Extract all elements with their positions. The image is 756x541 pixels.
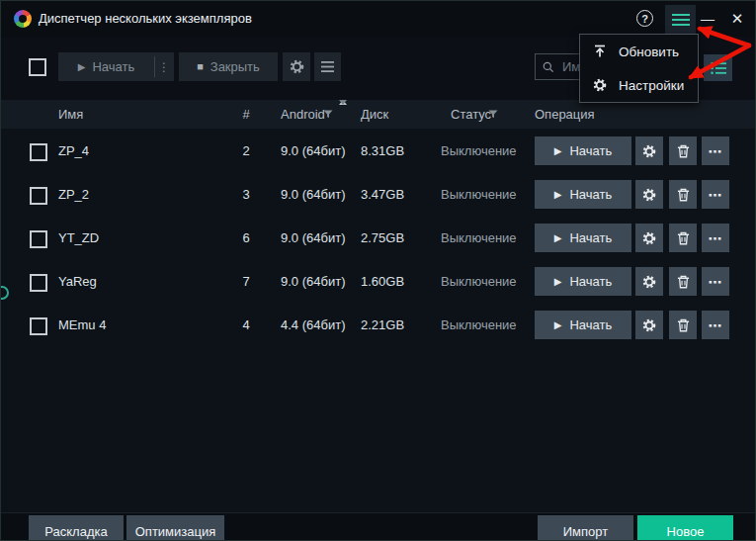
more-icon: ⋯ [709, 187, 723, 203]
row-delete-button[interactable] [669, 136, 697, 165]
row-start-button[interactable]: ▶ Начать [535, 136, 631, 165]
footer-bar: Раскладка Оптимизация Импорт Новое [1, 512, 755, 541]
row-checkbox[interactable] [30, 317, 47, 335]
row-more-button[interactable]: ⋯ [702, 224, 729, 252]
row-start-button[interactable]: ▶ Начать [535, 224, 631, 252]
main-dropdown-menu: Обновить Настройки [579, 34, 699, 103]
trash-icon [677, 275, 690, 289]
play-icon: ▶ [554, 190, 562, 200]
instance-status: Выключение [441, 173, 517, 217]
optimization-button[interactable]: Оптимизация [126, 515, 224, 541]
instance-name: YT_ZD [58, 217, 99, 260]
instance-index: 4 [238, 304, 254, 347]
start-all-label: Начать [92, 59, 134, 74]
hamburger-icon [672, 13, 690, 27]
trash-icon [677, 318, 690, 332]
trash-icon [677, 144, 690, 158]
row-delete-button[interactable] [669, 311, 697, 339]
instance-android: 9.0 (64бит) [281, 217, 345, 260]
select-all-checkbox[interactable] [29, 58, 46, 76]
menu-lines-icon [321, 61, 334, 72]
help-button[interactable]: ? [636, 10, 653, 27]
row-start-button[interactable]: ▶ Начать [535, 311, 631, 339]
header-name: Имя [58, 100, 83, 129]
stop-icon: ■ [197, 61, 204, 72]
menu-item-settings[interactable]: Настройки [580, 68, 698, 102]
instance-index: 3 [238, 173, 254, 217]
trash-icon [677, 231, 690, 245]
table-header: Имя # Android Диск Статус Операция [1, 100, 755, 129]
instance-disk: 1.60GB [361, 260, 404, 304]
multi-instance-manager-window: Диспетчер нескольких экземпляров ? — ✕ ▶… [0, 0, 756, 541]
row-checkbox[interactable] [30, 274, 47, 292]
import-button[interactable]: Импорт [538, 515, 633, 541]
batch-settings-button[interactable] [283, 52, 310, 81]
row-settings-button[interactable] [635, 180, 663, 209]
row-checkbox[interactable] [30, 187, 47, 205]
header-disk: Диск [361, 100, 388, 129]
row-delete-button[interactable] [669, 180, 697, 209]
row-settings-button[interactable] [635, 311, 663, 339]
menu-item-label: Обновить [619, 45, 679, 59]
titlebar: Диспетчер нескольких экземпляров ? — ✕ [1, 1, 755, 37]
close-button[interactable]: ✕ [725, 5, 749, 33]
table-row[interactable]: MEmu 4 4 4.4 (64бит) 2.21GB Выключение ▶… [1, 304, 755, 347]
play-icon: ▶ [554, 320, 562, 330]
more-icon: ⋯ [709, 230, 723, 246]
main-menu-button[interactable] [665, 5, 696, 35]
table-row[interactable]: YT_ZD 6 9.0 (64бит) 2.75GB Выключение ▶ … [1, 217, 755, 260]
memu-logo-icon [14, 10, 32, 28]
start-all-button[interactable]: ▶ Начать ⋮ [58, 52, 174, 81]
close-all-label: Закрыть [210, 59, 260, 74]
row-settings-button[interactable] [635, 136, 663, 165]
gear-icon [642, 231, 656, 245]
instance-disk: 2.21GB [361, 304, 404, 347]
close-all-button[interactable]: ■ Закрыть [179, 52, 278, 81]
instance-index: 6 [238, 217, 254, 260]
play-icon: ▶ [554, 277, 562, 287]
gear-icon [642, 318, 656, 332]
row-more-button[interactable]: ⋯ [702, 180, 729, 209]
minimize-button[interactable]: — [696, 5, 719, 33]
instance-status: Выключение [441, 217, 517, 260]
instance-name: ZP_2 [58, 173, 89, 217]
table-row[interactable]: ZP_2 3 9.0 (64бит) 3.47GB Выключение ▶ Н… [1, 173, 755, 217]
instance-status: Выключение [441, 304, 517, 347]
menu-item-refresh[interactable]: Обновить [580, 35, 698, 68]
row-settings-button[interactable] [635, 267, 663, 296]
row-settings-button[interactable] [635, 224, 663, 252]
window-title: Диспетчер нескольких экземпляров [39, 1, 252, 37]
row-more-button[interactable]: ⋯ [702, 136, 729, 165]
status-filter-icon[interactable] [488, 110, 498, 119]
gear-icon [593, 78, 607, 92]
play-icon: ▶ [554, 233, 562, 243]
new-instance-button[interactable]: Новое [637, 515, 733, 541]
android-filter-icon[interactable] [323, 110, 333, 119]
more-icon: ⋯ [709, 274, 723, 290]
instance-name: MEmu 4 [58, 304, 106, 347]
instance-status: Выключение [441, 130, 517, 173]
table-row[interactable]: ZP_4 2 9.0 (64бит) 8.31GB Выключение ▶ Н… [1, 130, 755, 173]
row-more-button[interactable]: ⋯ [702, 267, 729, 296]
instance-android: 9.0 (64бит) [281, 130, 345, 173]
row-delete-button[interactable] [669, 267, 697, 296]
instance-name: YaReg [58, 260, 97, 304]
instance-disk: 2.75GB [361, 217, 404, 260]
gear-icon [642, 188, 656, 202]
batch-menu-button[interactable] [314, 52, 341, 81]
view-toggle-button[interactable] [704, 54, 732, 81]
row-start-button[interactable]: ▶ Начать [535, 180, 631, 209]
row-more-button[interactable]: ⋯ [702, 311, 729, 339]
instance-index: 7 [238, 260, 254, 304]
layout-button[interactable]: Раскладка [29, 515, 124, 541]
more-icon: ⋯ [709, 317, 723, 333]
row-delete-button[interactable] [669, 224, 697, 252]
start-options-icon[interactable]: ⋮ [155, 60, 173, 74]
row-checkbox[interactable] [30, 230, 47, 248]
row-checkbox[interactable] [30, 143, 47, 161]
row-start-button[interactable]: ▶ Начать [535, 267, 631, 296]
table-row[interactable]: YaReg 7 9.0 (64бит) 1.60GB Выключение ▶ … [1, 260, 755, 304]
menu-item-label: Настройки [619, 78, 684, 93]
refresh-up-icon [593, 45, 607, 58]
gear-icon [290, 59, 304, 74]
